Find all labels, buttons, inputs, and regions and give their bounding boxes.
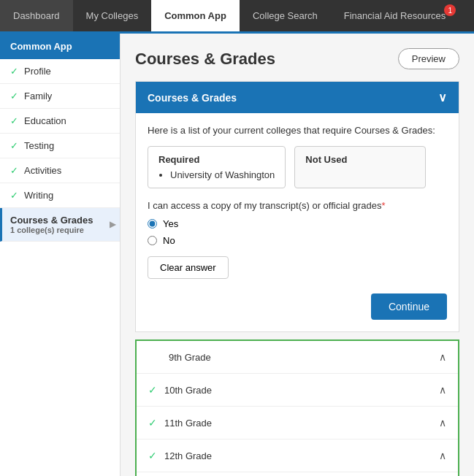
check-icon-education: ✓	[10, 115, 18, 126]
grade-row-left: ✓ 11th Grade	[148, 417, 212, 429]
radio-no[interactable]: No	[148, 235, 447, 246]
main-layout: Common App ✓ Profile ✓ Family ✓ Educatio…	[0, 34, 474, 476]
required-marker: *	[382, 200, 386, 211]
grade-row-12th[interactable]: ✓ 12th Grade ∧	[137, 439, 458, 472]
not-used-box-title: Not Used	[305, 154, 415, 165]
accordion-header[interactable]: Courses & Grades ∨	[136, 82, 459, 113]
sidebar-item-profile[interactable]: ✓ Profile	[0, 59, 120, 84]
page-title: Courses & Grades	[135, 50, 275, 69]
check-icon-11th: ✓	[148, 417, 157, 429]
radio-yes[interactable]: Yes	[148, 218, 447, 229]
check-icon-10th: ✓	[148, 384, 157, 396]
chevron-down-icon: ∨	[438, 91, 447, 104]
sidebar-item-sub-label: 1 college(s) require	[10, 226, 93, 234]
preview-button[interactable]: Preview	[398, 48, 459, 69]
grade-row-left: 9th Grade	[148, 352, 211, 363]
sidebar-item-courses-grades[interactable]: Courses & Grades 1 college(s) require	[0, 208, 120, 242]
top-navigation: Dashboard My Colleges Common App College…	[0, 0, 474, 34]
check-icon-profile: ✓	[10, 66, 18, 77]
grade-row-other[interactable]: ✓ Other Courses ∧	[137, 472, 458, 476]
grade-row-left: ✓ 10th Grade	[148, 384, 212, 396]
grade-row-left: ✓ 12th Grade	[148, 450, 212, 461]
page-title-row: Courses & Grades Preview	[135, 48, 459, 69]
sidebar-item-education[interactable]: ✓ Education	[0, 109, 120, 134]
sidebar-item-testing[interactable]: ✓ Testing	[0, 134, 120, 158]
tab-my-colleges[interactable]: My Colleges	[73, 0, 152, 31]
radio-no-input[interactable]	[148, 236, 157, 245]
sidebar-item-activities[interactable]: ✓ Activities	[0, 158, 120, 183]
check-icon-testing: ✓	[10, 140, 18, 151]
check-icon-family: ✓	[10, 91, 18, 101]
radio-yes-input[interactable]	[148, 219, 157, 229]
check-icon-writing: ✓	[10, 190, 18, 201]
transcript-label: I can access a copy of my transcript(s) …	[148, 200, 447, 211]
required-box-title: Required	[158, 154, 275, 165]
main-content: Courses & Grades Preview Courses & Grade…	[121, 34, 474, 476]
grade-row-11th[interactable]: ✓ 11th Grade ∧	[137, 407, 458, 439]
continue-row: Continue	[148, 293, 447, 320]
check-icon-activities: ✓	[10, 165, 18, 176]
sidebar: Common App ✓ Profile ✓ Family ✓ Educatio…	[0, 34, 121, 476]
continue-button[interactable]: Continue	[371, 293, 447, 320]
sidebar-item-writing[interactable]: ✓ Writing	[0, 183, 120, 208]
grade-row-9th[interactable]: 9th Grade ∧	[137, 341, 458, 374]
list-item: University of Washington	[170, 169, 275, 180]
grade-row-10th[interactable]: ✓ 10th Grade ∧	[137, 374, 458, 407]
sidebar-section-title: Common App	[0, 34, 120, 59]
accordion-body: Here is a list of your current colleges …	[136, 113, 459, 331]
check-icon-12th: ✓	[148, 450, 157, 461]
chevron-up-icon-11th: ∧	[439, 417, 446, 429]
required-box: Required University of Washington	[148, 146, 286, 188]
main-accordion: Courses & Grades ∨ Here is a list of you…	[135, 81, 459, 332]
chevron-up-icon-9th: ∧	[439, 351, 446, 363]
chevron-up-icon-12th: ∧	[439, 450, 446, 461]
tab-common-app[interactable]: Common App	[151, 0, 240, 31]
tab-dashboard[interactable]: Dashboard	[0, 0, 73, 31]
grade-sections: 9th Grade ∧ ✓ 10th Grade ∧ ✓ 11th Grade …	[135, 339, 459, 476]
required-colleges-list: University of Washington	[158, 169, 275, 180]
sidebar-item-family[interactable]: ✓ Family	[0, 84, 120, 109]
colleges-grid: Required University of Washington Not Us…	[148, 146, 447, 188]
tab-financial-aid[interactable]: Financial Aid Resources 1	[331, 0, 459, 31]
clear-answer-button[interactable]: Clear answer	[148, 256, 229, 279]
not-used-box: Not Used	[294, 146, 426, 188]
chevron-up-icon-10th: ∧	[439, 384, 446, 396]
notification-badge: 1	[444, 4, 456, 16]
tab-college-search[interactable]: College Search	[240, 0, 331, 31]
info-text: Here is a list of your current colleges …	[148, 125, 447, 136]
